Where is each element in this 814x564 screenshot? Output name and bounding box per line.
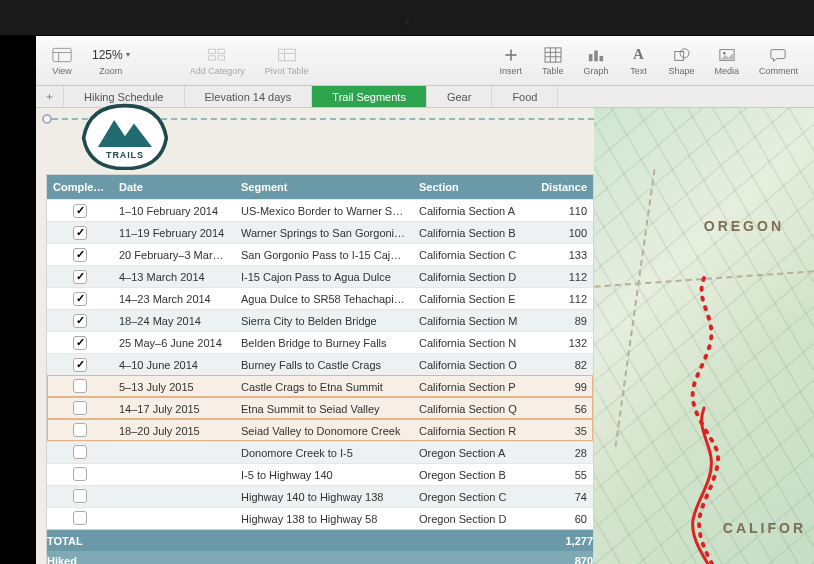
completed-checkbox[interactable]: [73, 379, 87, 393]
table-row[interactable]: I-5 to Highway 140Oregon Section B55: [47, 463, 593, 485]
cell-distance[interactable]: 100: [531, 227, 593, 239]
cell-distance[interactable]: 132: [531, 337, 593, 349]
completed-checkbox[interactable]: [73, 401, 87, 415]
cell-date[interactable]: 4–10 June 2014: [113, 359, 235, 371]
tab-elevation[interactable]: Elevation 14 days: [185, 86, 313, 107]
add-sheet-button[interactable]: ＋: [36, 86, 64, 107]
cell-date[interactable]: 14–23 March 2014: [113, 293, 235, 305]
trail-segments-table[interactable]: Completed Date Segment Section Distance …: [46, 174, 594, 564]
cell-section[interactable]: California Section P: [413, 381, 531, 393]
cell-segment[interactable]: Burney Falls to Castle Crags: [235, 359, 413, 371]
col-segment[interactable]: Segment: [235, 181, 413, 193]
cell-distance[interactable]: 35: [531, 425, 593, 437]
origin-handle[interactable]: [42, 114, 52, 124]
cell-section[interactable]: California Section N: [413, 337, 531, 349]
cell-section[interactable]: California Section C: [413, 249, 531, 261]
completed-checkbox[interactable]: [73, 336, 87, 350]
comment-button[interactable]: Comment: [749, 46, 808, 76]
table-row[interactable]: 4–10 June 2014Burney Falls to Castle Cra…: [47, 353, 593, 375]
cell-distance[interactable]: 28: [531, 447, 593, 459]
table-row[interactable]: 5–13 July 2015Castle Crags to Etna Summi…: [47, 375, 593, 397]
cell-section[interactable]: Oregon Section B: [413, 469, 531, 481]
col-completed[interactable]: Completed: [47, 181, 113, 193]
table-row[interactable]: Highway 140 to Highway 138Oregon Section…: [47, 485, 593, 507]
cell-date[interactable]: 1–10 February 2014: [113, 205, 235, 217]
cell-segment[interactable]: I-15 Cajon Pass to Agua Dulce: [235, 271, 413, 283]
cell-date[interactable]: 18–20 July 2015: [113, 425, 235, 437]
completed-checkbox[interactable]: [73, 358, 87, 372]
cell-segment[interactable]: Agua Dulce to SR58 Tehachapi Pass: [235, 293, 413, 305]
table-row[interactable]: 14–17 July 2015Etna Summit to Seiad Vall…: [47, 397, 593, 419]
graph-button[interactable]: Graph: [573, 46, 618, 76]
cell-segment[interactable]: Highway 140 to Highway 138: [235, 491, 413, 503]
cell-segment[interactable]: Sierra City to Belden Bridge: [235, 315, 413, 327]
completed-checkbox[interactable]: [73, 248, 87, 262]
cell-date[interactable]: 5–13 July 2015: [113, 381, 235, 393]
tab-gear[interactable]: Gear: [427, 86, 492, 107]
completed-checkbox[interactable]: [73, 292, 87, 306]
cell-segment[interactable]: US-Mexico Border to Warner Springs: [235, 205, 413, 217]
cell-segment[interactable]: Highway 138 to Highway 58: [235, 513, 413, 525]
completed-checkbox[interactable]: [73, 511, 87, 525]
text-button[interactable]: A Text: [618, 46, 658, 76]
completed-checkbox[interactable]: [73, 467, 87, 481]
table-row[interactable]: 20 February–3 March 2San Gorgonio Pass t…: [47, 243, 593, 265]
table-row[interactable]: 18–20 July 2015Seiad Valley to Donomore …: [47, 419, 593, 441]
cell-date[interactable]: 4–13 March 2014: [113, 271, 235, 283]
completed-checkbox[interactable]: [73, 204, 87, 218]
insert-button[interactable]: Insert: [489, 46, 532, 76]
cell-distance[interactable]: 110: [531, 205, 593, 217]
table-row[interactable]: 18–24 May 2014Sierra City to Belden Brid…: [47, 309, 593, 331]
cell-distance[interactable]: 60: [531, 513, 593, 525]
cell-section[interactable]: Oregon Section A: [413, 447, 531, 459]
table-row[interactable]: Highway 138 to Highway 58Oregon Section …: [47, 507, 593, 529]
pivot-table-button[interactable]: Pivot Table: [255, 46, 319, 76]
cell-distance[interactable]: 112: [531, 271, 593, 283]
cell-section[interactable]: California Section Q: [413, 403, 531, 415]
cell-section[interactable]: California Section A: [413, 205, 531, 217]
cell-segment[interactable]: Seiad Valley to Donomore Creek: [235, 425, 413, 437]
cell-segment[interactable]: Castle Crags to Etna Summit: [235, 381, 413, 393]
cell-date[interactable]: 20 February–3 March 2: [113, 249, 235, 261]
table-row[interactable]: 25 May–6 June 2014Belden Bridge to Burne…: [47, 331, 593, 353]
tab-trail-segments[interactable]: Trail Segments: [312, 86, 427, 107]
cell-segment[interactable]: Donomore Creek to I-5: [235, 447, 413, 459]
cell-section[interactable]: Oregon Section D: [413, 513, 531, 525]
cell-distance[interactable]: 99: [531, 381, 593, 393]
table-button[interactable]: Table: [532, 46, 574, 76]
cell-section[interactable]: California Section D: [413, 271, 531, 283]
cell-section[interactable]: California Section R: [413, 425, 531, 437]
cell-distance[interactable]: 74: [531, 491, 593, 503]
cell-segment[interactable]: I-5 to Highway 140: [235, 469, 413, 481]
completed-checkbox[interactable]: [73, 423, 87, 437]
add-category-button[interactable]: Add Category: [180, 46, 255, 76]
completed-checkbox[interactable]: [73, 226, 87, 240]
cell-section[interactable]: California Section M: [413, 315, 531, 327]
cell-date[interactable]: 14–17 July 2015: [113, 403, 235, 415]
cell-distance[interactable]: 133: [531, 249, 593, 261]
cell-distance[interactable]: 56: [531, 403, 593, 415]
cell-section[interactable]: California Section O: [413, 359, 531, 371]
table-row[interactable]: 14–23 March 2014Agua Dulce to SR58 Tehac…: [47, 287, 593, 309]
view-menu[interactable]: View: [42, 46, 82, 76]
table-row[interactable]: 4–13 March 2014I-15 Cajon Pass to Agua D…: [47, 265, 593, 287]
table-row[interactable]: 1–10 February 2014US-Mexico Border to Wa…: [47, 199, 593, 221]
cell-distance[interactable]: 89: [531, 315, 593, 327]
completed-checkbox[interactable]: [73, 445, 87, 459]
cell-segment[interactable]: Etna Summit to Seiad Valley: [235, 403, 413, 415]
cell-distance[interactable]: 82: [531, 359, 593, 371]
sheet-canvas[interactable]: TRAILS OREGON CALIFOR Comple: [36, 108, 814, 564]
col-section[interactable]: Section: [413, 181, 531, 193]
cell-section[interactable]: California Section E: [413, 293, 531, 305]
cell-section[interactable]: California Section B: [413, 227, 531, 239]
cell-distance[interactable]: 55: [531, 469, 593, 481]
cell-date[interactable]: 11–19 February 2014: [113, 227, 235, 239]
cell-date[interactable]: 18–24 May 2014: [113, 315, 235, 327]
zoom-control[interactable]: 125%▾ Zoom: [82, 46, 140, 76]
cell-date[interactable]: 25 May–6 June 2014: [113, 337, 235, 349]
cell-segment[interactable]: Warner Springs to San Gorgonio Pass: [235, 227, 413, 239]
cell-section[interactable]: Oregon Section C: [413, 491, 531, 503]
table-row[interactable]: Donomore Creek to I-5Oregon Section A28: [47, 441, 593, 463]
shape-button[interactable]: Shape: [658, 46, 704, 76]
completed-checkbox[interactable]: [73, 489, 87, 503]
